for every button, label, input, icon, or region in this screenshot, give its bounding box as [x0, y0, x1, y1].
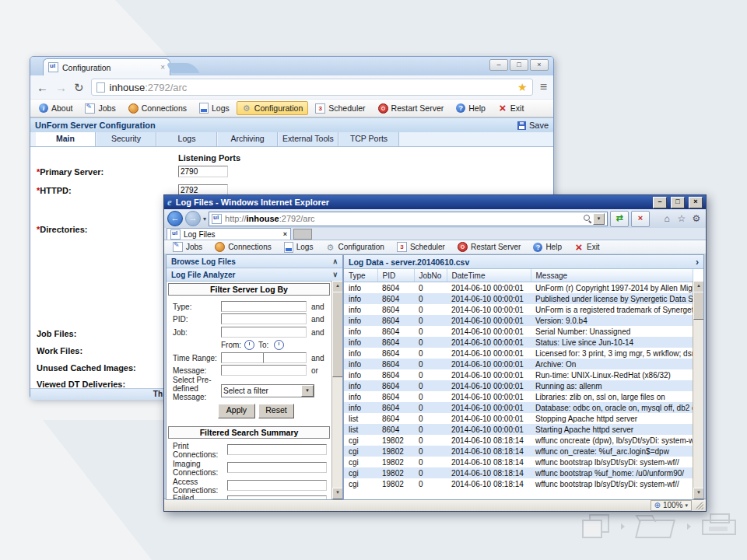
log-data-header[interactable]: Log Data - server.20140610.csv › — [344, 255, 703, 269]
ie-titlebar[interactable]: e Log Files - Windows Internet Explorer … — [164, 195, 706, 209]
back-icon[interactable]: ← — [37, 82, 48, 93]
menu-icon[interactable]: ≡ — [540, 80, 547, 94]
ie-tab[interactable]: Log Files × — [167, 228, 291, 240]
config-tab[interactable]: External Tools — [278, 132, 338, 146]
toolbar-item[interactable]: Configuration — [320, 240, 389, 254]
column-header-jobno[interactable]: JobNo — [414, 269, 447, 282]
scrollbar-thumb[interactable] — [332, 292, 343, 377]
table-row[interactable]: info 8604 0 2014-06-10 00:00:01 Librarie… — [344, 391, 693, 402]
back-icon[interactable]: ← — [167, 211, 183, 226]
scrollbar-thumb[interactable] — [693, 292, 703, 320]
config-tab[interactable]: Archiving — [217, 132, 278, 146]
toolbar-item[interactable]: Configuration — [237, 101, 308, 115]
toolbar-item[interactable]: Restart Server — [452, 240, 526, 254]
config-tab[interactable]: Main — [35, 132, 96, 146]
config-tab[interactable]: Security — [96, 132, 156, 146]
close-button[interactable]: × — [530, 59, 549, 71]
toolbar-item[interactable]: Scheduler — [391, 240, 451, 254]
tools-gear-icon[interactable]: ⚙ — [690, 213, 703, 224]
expand-arrow-icon[interactable]: › — [696, 257, 699, 268]
column-header-pid[interactable]: PID — [377, 269, 414, 282]
config-tab[interactable]: Logs — [156, 132, 217, 146]
toolbar-item[interactable]: Logs — [194, 100, 235, 116]
table-row[interactable]: info 8604 0 2014-06-10 00:00:01 Running … — [344, 380, 693, 391]
tab-close-icon[interactable]: × — [283, 230, 287, 238]
tab-close-icon[interactable]: × — [160, 63, 165, 72]
toolbar-item[interactable]: Exit — [569, 240, 605, 254]
maximize-button[interactable]: □ — [671, 197, 685, 208]
pid-input[interactable] — [221, 313, 307, 324]
toolbar-item[interactable]: Help — [528, 240, 567, 254]
toolbar-item[interactable]: About — [33, 101, 78, 115]
table-row[interactable]: info 8604 0 2014-06-10 00:00:01 Run-time… — [344, 369, 693, 380]
table-row[interactable]: cgi 19802 0 2014-06-10 08:18:14 wffunc b… — [344, 457, 693, 467]
toolbar-item[interactable]: Connections — [123, 101, 192, 116]
history-dropdown-icon[interactable]: ▾ — [203, 215, 206, 222]
toolbar-item[interactable]: Jobs — [167, 240, 208, 254]
table-row[interactable]: info 8604 0 2014-06-10 00:00:01 UnForm (… — [344, 282, 693, 294]
table-row[interactable]: info 8604 0 2014-06-10 00:00:01 Version:… — [344, 315, 693, 326]
chrome-tab[interactable]: Configuration × — [43, 58, 170, 75]
new-tab-button[interactable] — [293, 229, 312, 240]
imaging-connections-input[interactable] — [227, 462, 327, 473]
new-tab-button[interactable] — [167, 63, 200, 73]
table-row[interactable]: info 8604 0 2014-06-10 00:00:01 Serial N… — [344, 326, 693, 337]
reset-button[interactable]: Reset — [258, 404, 294, 418]
close-button[interactable]: × — [689, 197, 703, 208]
toolbar-item[interactable]: Logs — [279, 240, 319, 255]
type-input[interactable] — [221, 301, 307, 312]
access-connections-input[interactable] — [227, 480, 327, 491]
sidebar-scrollbar[interactable]: ▲ ▼ — [331, 281, 342, 499]
time-from-input[interactable] — [221, 352, 265, 363]
maximize-button[interactable]: □ — [510, 59, 528, 71]
table-row[interactable]: info 8604 0 2014-06-10 00:00:01 Licensed… — [344, 348, 693, 359]
message-input[interactable] — [221, 365, 307, 376]
scroll-up-icon[interactable]: ▲ — [332, 281, 343, 292]
table-row[interactable]: cgi 19802 0 2014-06-10 08:18:14 wffunc b… — [344, 478, 693, 489]
toolbar-item[interactable]: Restart Server — [373, 101, 450, 116]
scroll-up-icon[interactable]: ▲ — [693, 281, 703, 292]
column-header-type[interactable]: Type — [344, 269, 377, 282]
forward-icon[interactable]: → — [55, 82, 67, 93]
toolbar-item[interactable]: Exit — [493, 101, 530, 115]
select-dropdown-icon[interactable]: ▾ — [301, 385, 314, 397]
table-row[interactable]: info 8604 0 2014-06-10 00:00:01 UnForm i… — [344, 304, 693, 315]
toolbar-item[interactable]: Scheduler — [310, 101, 370, 116]
home-icon[interactable]: ⌂ — [661, 213, 673, 224]
reload-icon[interactable]: ↻ — [74, 82, 84, 93]
toolbar-item[interactable]: Jobs — [79, 101, 121, 116]
table-row[interactable]: list 8604 0 2014-06-10 00:00:01 Stopping… — [344, 413, 693, 424]
primary-server-input[interactable] — [178, 166, 228, 177]
zoom-dropdown-icon[interactable]: ▾ — [685, 502, 688, 509]
browse-log-files-header[interactable]: Browse Log Files ∧ — [167, 255, 342, 268]
minimize-button[interactable]: – — [653, 197, 667, 208]
log-file-analyzer-header[interactable]: Log File Analyzer ∨ — [167, 268, 342, 282]
table-scrollbar[interactable]: ▲ ▼ — [693, 281, 703, 499]
toolbar-item[interactable]: Connections — [209, 240, 277, 254]
apply-button[interactable]: Apply — [218, 404, 255, 418]
favorites-star-icon[interactable]: ☆ — [675, 213, 688, 224]
from-clock-icon[interactable] — [244, 340, 254, 350]
job-input[interactable] — [221, 327, 307, 338]
predefined-filter-select[interactable]: Select a filter ▾ — [221, 384, 314, 397]
forward-icon[interactable]: → — [185, 211, 201, 226]
print-connections-input[interactable] — [227, 444, 327, 455]
refresh-button[interactable]: ⇄ — [610, 211, 629, 227]
url-input[interactable]: inhouse:2792/arc ★ — [91, 79, 533, 96]
search-icon[interactable] — [583, 214, 592, 223]
column-header-message[interactable]: Message — [531, 269, 693, 282]
resize-grip[interactable] — [695, 501, 703, 509]
table-row[interactable]: info 8604 0 2014-06-10 00:00:01 Archive:… — [344, 359, 693, 369]
to-clock-icon[interactable] — [274, 340, 284, 350]
time-to-input[interactable] — [263, 352, 307, 363]
address-input[interactable]: http://inhouse:2792/arc ▾ — [209, 212, 608, 226]
table-row[interactable]: cgi 19802 0 2014-06-10 08:18:14 wffunc o… — [344, 446, 693, 457]
scroll-down-icon[interactable]: ▼ — [693, 488, 703, 499]
table-row[interactable]: info 8604 0 2014-06-10 00:00:01 Database… — [344, 402, 693, 413]
address-dropdown-icon[interactable]: ▾ — [593, 213, 605, 225]
table-row[interactable]: info 8604 0 2014-06-10 00:00:01 Status: … — [344, 337, 693, 348]
column-header-datetime[interactable]: DateTime — [447, 269, 531, 282]
config-tab[interactable]: TCP Ports — [338, 132, 399, 146]
stop-button[interactable]: × — [631, 211, 650, 227]
zoom-control[interactable]: ⊕ 100% ▾ — [651, 500, 692, 511]
